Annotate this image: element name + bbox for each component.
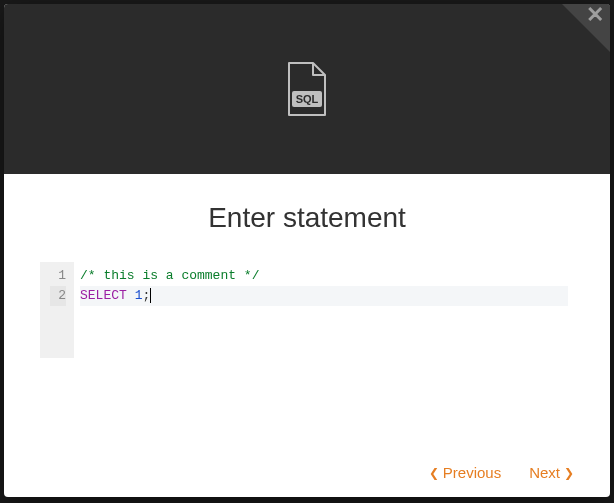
text-cursor	[150, 288, 151, 303]
code-token	[127, 288, 135, 303]
code-line[interactable]	[80, 306, 568, 326]
editor-gutter: 12	[40, 262, 74, 358]
previous-label: Previous	[443, 464, 501, 481]
code-line[interactable]: SELECT 1;	[80, 286, 568, 306]
code-token: ;	[142, 288, 150, 303]
modal: ✕ SQL Enter statement 12 /* this is a co…	[4, 4, 610, 497]
modal-footer: ❮ Previous Next ❯	[40, 448, 574, 481]
gutter-line	[50, 326, 66, 346]
page-title: Enter statement	[40, 202, 574, 234]
code-line[interactable]: /* this is a comment */	[80, 266, 568, 286]
code-editor[interactable]: 12 /* this is a comment */SELECT 1;	[40, 262, 574, 358]
next-label: Next	[529, 464, 560, 481]
code-token: SELECT	[80, 288, 127, 303]
editor-code-area[interactable]: /* this is a comment */SELECT 1;	[74, 262, 574, 358]
close-icon[interactable]: ✕	[586, 4, 604, 26]
sql-file-icon: SQL	[285, 61, 329, 117]
gutter-line: 1	[50, 266, 66, 286]
gutter-line: 2	[50, 286, 66, 306]
code-line[interactable]	[80, 326, 568, 346]
previous-button[interactable]: ❮ Previous	[429, 464, 501, 481]
next-button[interactable]: Next ❯	[529, 464, 574, 481]
gutter-line	[50, 306, 66, 326]
sql-badge-text: SQL	[296, 93, 319, 105]
modal-body: Enter statement 12 /* this is a comment …	[4, 174, 610, 497]
code-token: /* this is a comment */	[80, 268, 259, 283]
chevron-right-icon: ❯	[564, 466, 574, 480]
modal-header: ✕ SQL	[4, 4, 610, 174]
chevron-left-icon: ❮	[429, 466, 439, 480]
